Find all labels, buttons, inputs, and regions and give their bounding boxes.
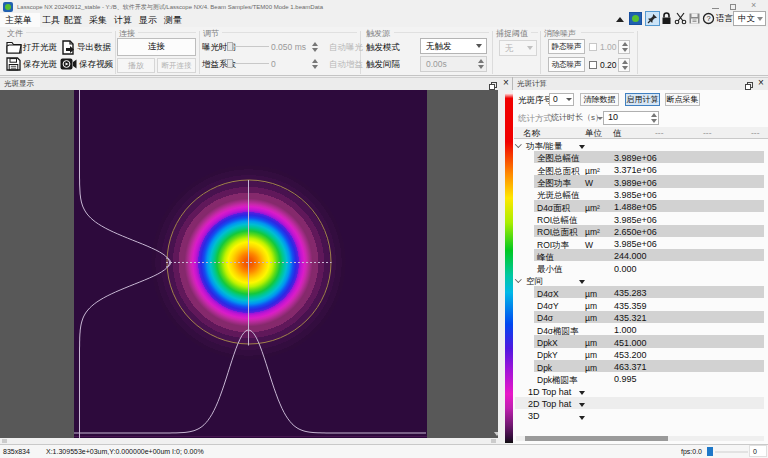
svg-text:?: ?	[706, 14, 710, 23]
